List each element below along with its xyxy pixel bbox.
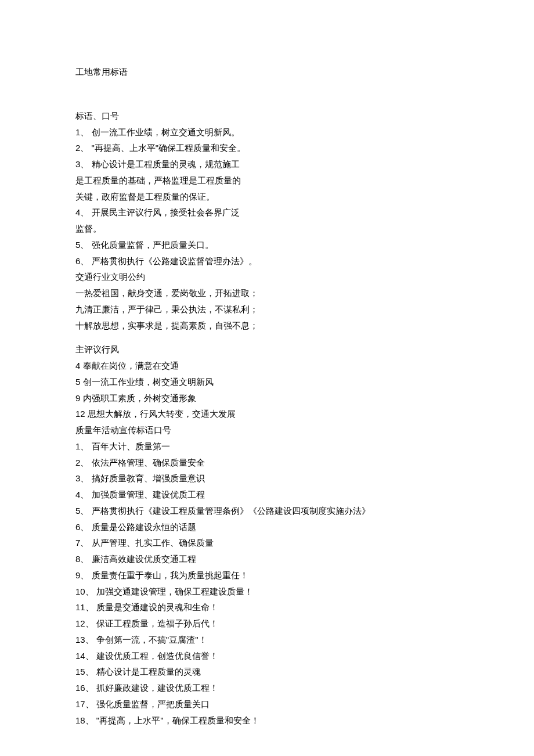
section-quality-year: 质量年活动宣传标语口号 1、 百年大计、质量第一 2、 依法严格管理、确保质量安… [75,422,459,728]
text-line: 15、 精心设计是工程质量的灵魂 [75,664,459,680]
section-slogans: 标语、口号 1、 创一流工作业绩，树立交通文明新风。 2、 "再提高、上水平"确… [75,108,459,269]
text-line: 7、 从严管理、扎实工作、确保质量 [75,535,459,551]
section-heading: 质量年活动宣传标语口号 [75,422,459,438]
text-line: 关键，政府监督是工程质量的保证。 [75,189,459,205]
text-line: 4 奉献在岗位，满意在交通 [75,358,459,374]
text-line: 3、 搞好质量教育、增强质量意识 [75,470,459,487]
section-convention: 交通行业文明公约 一热爱祖国，献身交通，爱岗敬业，开拓进取； 九清正廉洁，严于律… [75,269,459,333]
text-line: 5 创一流工作业绩，树交通文明新风 [75,374,459,390]
text-line: 13、 争创第一流，不搞"豆腐渣"！ [75,632,459,648]
text-line: 1、 创一流工作业绩，树立交通文明新风。 [75,124,459,141]
text-line: 14、 建设优质工程，创造优良信誉！ [75,648,459,664]
text-line: 12、 保证工程质量，造福子孙后代！ [75,615,459,632]
section-evaluation: 主评议行风 4 奉献在岗位，满意在交通 5 创一流工作业绩，树交通文明新风 9 … [75,341,459,422]
text-line: 9 内强职工素质，外树交通形象 [75,390,459,406]
text-line: 9、 质量责任重于泰山，我为质量挑起重任！ [75,567,459,584]
text-line: 1、 百年大计、质量第一 [75,438,459,455]
text-line: 5、 严格贯彻执行《建设工程质量管理条例》《公路建设四项制度实施办法》 [75,503,459,519]
text-line: 九清正廉洁，严于律己，秉公执法，不谋私利； [75,301,459,318]
text-line: 是工程质量的基础，严格监理是工程质量的 [75,172,459,189]
text-line: 一热爱祖国，献身交通，爱岗敬业，开拓进取； [75,285,459,301]
text-line: 6、 质量是公路建设永恒的话题 [75,519,459,535]
text-line: 2、 "再提高、上水平"确保工程质量和安全。 [75,140,459,156]
section-heading: 交通行业文明公约 [75,269,459,285]
text-line: 11、 质量是交通建设的灵魂和生命！ [75,599,459,615]
section-heading: 主评议行风 [75,341,459,358]
text-line: 监督。 [75,221,459,237]
text-line: 2、 依法严格管理、确保质量安全 [75,455,459,471]
text-line: 6、 严格贯彻执行《公路建设监督管理办法》。 [75,253,459,269]
spacer [75,333,459,341]
text-line: 十解放思想，实事求是，提高素质，自强不息； [75,318,459,334]
text-line: 8、 廉洁高效建设优质交通工程 [75,551,459,567]
text-line: 10、 加强交通建设管理，确保工程建设质量！ [75,584,459,600]
text-line: 16、 抓好廉政建设，建设优质工程！ [75,680,459,696]
text-line: 18、 "再提高，上水平"，确保工程质量和安全！ [75,712,459,729]
text-line: 5、 强化质量监督，严把质量关口。 [75,237,459,253]
text-line: 3、 精心设计是工程质量的灵魂，规范施工 [75,156,459,172]
text-line: 4、 开展民主评议行风，接受社会各界广泛 [75,204,459,221]
document-title: 工地常用标语 [75,64,459,80]
text-line: 4、 加强质量管理、建设优质工程 [75,487,459,503]
section-heading: 标语、口号 [75,108,459,124]
text-line: 17、 强化质量监督，严把质量关口 [75,696,459,712]
text-line: 12 思想大解放，行风大转变，交通大发展 [75,406,459,422]
